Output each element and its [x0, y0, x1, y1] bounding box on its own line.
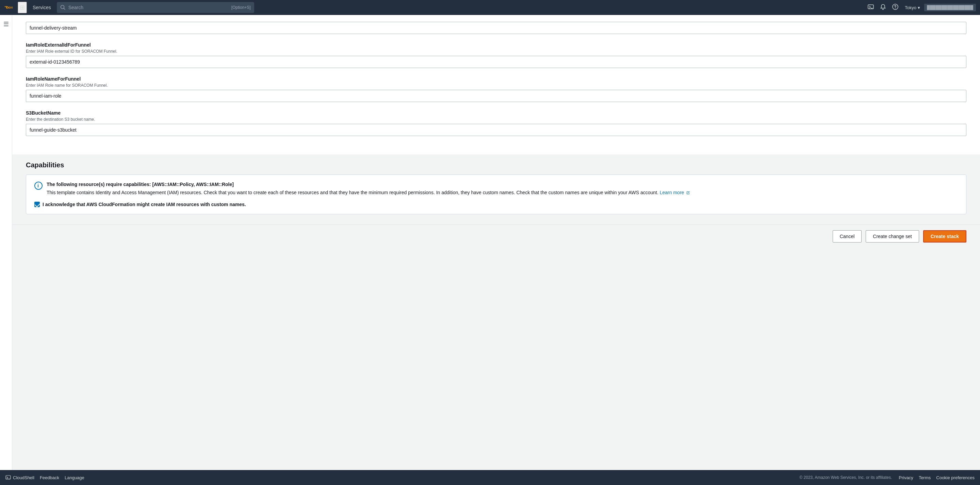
create-stack-button[interactable]: Create stack	[923, 230, 966, 243]
iam-role-external-id-label: IamRoleExternalIdForFunnel	[26, 42, 966, 48]
iam-role-external-id-group: IamRoleExternalIdForFunnel Enter IAM Rol…	[26, 42, 966, 68]
external-link-icon	[686, 191, 690, 195]
cloudshell-icon-button[interactable]	[865, 2, 876, 14]
capabilities-alert: i The following resource(s) require capa…	[34, 181, 958, 196]
terms-link[interactable]: Terms	[919, 475, 931, 480]
s3-bucket-name-label: S3BucketName	[26, 110, 966, 116]
bottom-left-section: CloudShell Feedback Language	[5, 475, 84, 480]
bottom-right-section: © 2023, Amazon Web Services, Inc. or its…	[799, 475, 975, 480]
s3-bucket-name-hint: Enter the destination S3 bucket name.	[26, 117, 966, 122]
services-nav-link[interactable]: Services	[30, 3, 54, 12]
region-selector[interactable]: Tokyo ▾	[902, 4, 923, 11]
svg-text:i: i	[37, 183, 39, 188]
sidebar-toggle-panel: ☰	[0, 15, 12, 470]
app-grid-button[interactable]: ⊞	[18, 2, 27, 13]
create-change-set-button[interactable]: Create change set	[865, 230, 919, 243]
capabilities-box: i The following resource(s) require capa…	[26, 175, 966, 214]
form-section: IamRoleExternalIdForFunnel Enter IAM Rol…	[12, 15, 980, 154]
iam-role-name-hint: Enter IAM Role name for SORACOM Funnel.	[26, 83, 966, 88]
s3-bucket-name-group: S3BucketName Enter the destination S3 bu…	[26, 110, 966, 136]
feedback-link[interactable]: Feedback	[40, 475, 59, 480]
action-bar: Cancel Create change set Create stack	[12, 224, 980, 248]
language-link[interactable]: Language	[65, 475, 84, 480]
sidebar-toggle-button[interactable]: ☰	[2, 19, 10, 29]
partial-field-group	[26, 22, 966, 34]
top-nav: aws ⊞ Services [Option+S]	[0, 0, 980, 15]
iam-role-name-label: IamRoleNameForFunnel	[26, 76, 966, 82]
cancel-button[interactable]: Cancel	[833, 230, 862, 243]
svg-text:aws: aws	[5, 5, 8, 8]
bottom-bar: CloudShell Feedback Language © 2023, Ama…	[0, 470, 980, 485]
s3-bucket-name-input[interactable]	[26, 124, 966, 136]
cloudshell-bottom-button[interactable]: CloudShell	[5, 475, 34, 480]
svg-point-6	[895, 8, 896, 9]
account-label[interactable]: ████████████████	[924, 4, 976, 11]
search-bar: [Option+S]	[57, 2, 254, 13]
page-layout: ☰ IamRoleExternalIdForFunnel Enter IAM R…	[0, 15, 980, 470]
learn-more-link[interactable]: Learn more	[660, 190, 690, 195]
alert-content: The following resource(s) require capabi…	[47, 181, 690, 196]
svg-rect-9	[6, 475, 11, 479]
alert-text: This template contains Identity and Acce…	[47, 189, 690, 196]
partial-field-input[interactable]	[26, 22, 966, 34]
capabilities-section: Capabilities i The following resource(s)…	[12, 154, 980, 224]
iam-role-name-input[interactable]	[26, 90, 966, 102]
capabilities-title: Capabilities	[26, 161, 966, 169]
privacy-link[interactable]: Privacy	[899, 475, 913, 480]
info-icon: i	[34, 181, 43, 190]
iam-role-name-group: IamRoleNameForFunnel Enter IAM Role name…	[26, 76, 966, 102]
search-icon	[60, 5, 66, 10]
alert-title: The following resource(s) require capabi…	[47, 181, 690, 187]
footer-links: Privacy Terms Cookie preferences	[899, 475, 975, 480]
iam-acknowledge-checkbox[interactable]	[34, 202, 40, 207]
iam-acknowledge-row: I acknowledge that AWS CloudFormation mi…	[34, 202, 958, 207]
iam-role-external-id-hint: Enter IAM Role external ID for SORACOM F…	[26, 49, 966, 54]
help-icon-button[interactable]	[890, 2, 901, 14]
iam-acknowledge-label: I acknowledge that AWS CloudFormation mi…	[43, 202, 246, 207]
svg-line-2	[64, 8, 65, 10]
aws-logo-icon[interactable]: aws	[4, 2, 15, 13]
search-input[interactable]	[68, 5, 229, 10]
copyright-label: © 2023, Amazon Web Services, Inc. or its…	[799, 475, 892, 480]
search-shortcut-label: [Option+S]	[231, 5, 251, 10]
nav-right-section: Tokyo ▾ ████████████████	[865, 2, 976, 14]
notifications-icon-button[interactable]	[878, 2, 888, 14]
cloudshell-bottom-icon	[5, 475, 11, 480]
iam-role-external-id-input[interactable]	[26, 56, 966, 68]
main-content-area: IamRoleExternalIdForFunnel Enter IAM Rol…	[12, 15, 980, 470]
cookie-preferences-link[interactable]: Cookie preferences	[936, 475, 975, 480]
